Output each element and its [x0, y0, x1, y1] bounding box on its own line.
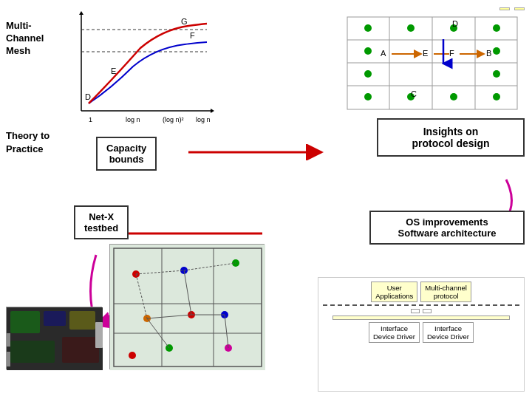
- architecture-diagram: UserApplications Multi-channelprotocol I…: [318, 277, 525, 392]
- svg-text:(log n)²: (log n)²: [163, 116, 184, 123]
- svg-point-68: [129, 352, 136, 359]
- insights-box: Insights onprotocol design: [377, 118, 525, 157]
- arrow-capacity-to-insights: [188, 144, 329, 160]
- interface-driver2-box: InterfaceDevice Driver: [423, 322, 474, 343]
- netx-title: Multi-ChannelMesh: [6, 7, 44, 58]
- svg-text:1: 1: [89, 116, 92, 123]
- netx-testbed-box: Net-Xtestbed: [74, 205, 129, 239]
- svg-point-26: [493, 47, 500, 55]
- svg-text:E: E: [111, 66, 116, 75]
- os-improvements-box: OS improvementsSoftware architecture: [369, 211, 525, 245]
- svg-text:E: E: [423, 49, 428, 58]
- svg-marker-2: [211, 109, 214, 113]
- svg-point-28: [493, 70, 500, 78]
- switchable-badge: [514, 7, 525, 10]
- svg-point-29: [364, 93, 372, 100]
- ip-stack-box: [411, 309, 420, 313]
- dashed-divider: [323, 304, 519, 306]
- svg-rect-54: [110, 245, 265, 370]
- svg-rect-52: [7, 333, 10, 347]
- svg-text:F: F: [449, 49, 454, 58]
- fixed-badge: [499, 7, 510, 10]
- svg-text:A: A: [381, 49, 386, 58]
- svg-rect-49: [10, 341, 55, 363]
- svg-marker-3: [79, 11, 83, 15]
- svg-point-24: [493, 24, 500, 32]
- svg-point-32: [493, 93, 500, 100]
- svg-text:log n: log n: [126, 116, 140, 123]
- svg-point-22: [407, 24, 415, 32]
- svg-text:log n: log n: [196, 116, 211, 123]
- capacity-bounds-box: Capacitybounds: [96, 137, 157, 171]
- theory-to-practice: Theory toPractice: [6, 129, 50, 156]
- interface-driver1-box: InterfaceDevice Driver: [369, 322, 420, 343]
- svg-text:F: F: [190, 31, 195, 40]
- svg-point-27: [364, 70, 372, 78]
- svg-text:D: D: [452, 19, 458, 28]
- svg-rect-48: [69, 311, 95, 330]
- channel-abstraction-box: [332, 316, 509, 320]
- svg-text:G: G: [181, 17, 188, 26]
- svg-rect-53: [95, 322, 103, 348]
- svg-point-31: [450, 93, 457, 100]
- svg-text:D: D: [85, 92, 91, 101]
- floorplan-map: [109, 244, 265, 369]
- grid-diagram: D A E F B C: [340, 7, 525, 126]
- multi-channel-protocol-box: Multi-channelprotocol: [420, 282, 471, 302]
- svg-rect-46: [10, 311, 40, 333]
- capacity-graph: G F E D 1 log n (log n)² log n: [66, 7, 214, 126]
- svg-rect-51: [7, 352, 10, 366]
- user-apps-box: UserApplications: [371, 282, 417, 302]
- svg-rect-50: [62, 337, 99, 363]
- svg-rect-47: [44, 311, 66, 326]
- svg-text:B: B: [486, 49, 491, 58]
- svg-point-25: [364, 47, 372, 55]
- svg-text:C: C: [411, 89, 417, 98]
- arp-box: [423, 309, 432, 313]
- svg-point-21: [364, 24, 372, 32]
- linux-board-photo: [6, 307, 102, 369]
